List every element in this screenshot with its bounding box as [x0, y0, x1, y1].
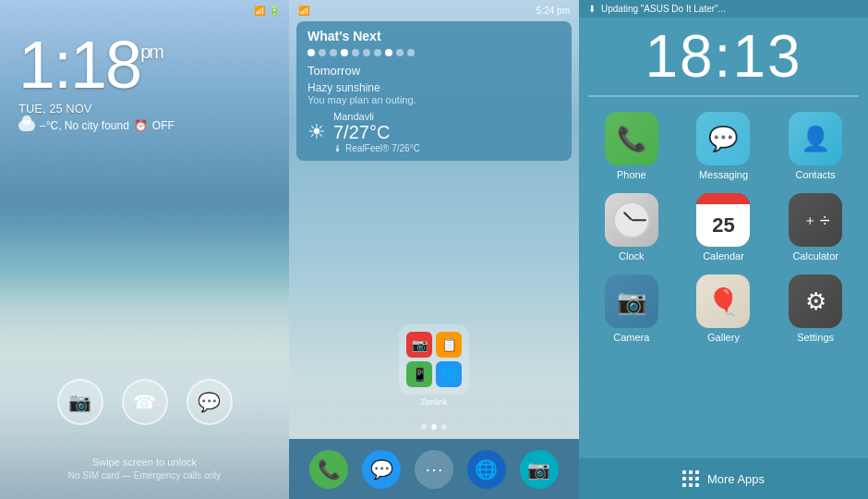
timeline-dot — [319, 49, 326, 56]
zenlink-label: Zenlink — [399, 397, 469, 407]
gallery-app-icon: 🎈 — [696, 274, 750, 328]
home-screen: 📶 5:24 pm What's Next Tomorrow Hazy suns… — [289, 0, 579, 499]
lock-phone-button[interactable]: ☎ — [122, 379, 168, 425]
page-dot — [421, 424, 427, 430]
timeline-dot — [307, 49, 315, 56]
settings-app-label: Settings — [797, 332, 834, 343]
messaging-app-label: Messaging — [699, 169, 748, 180]
home-statusbar-left: 📶 — [298, 6, 309, 16]
calendar-header — [696, 193, 750, 204]
calculator-app-icon: ﹢÷ — [789, 193, 842, 247]
battery-icon: 🔋 — [269, 6, 280, 16]
lock-bottom: Swipe screen to unlock No SIM card — Eme… — [0, 456, 289, 481]
dock-apps-button[interactable]: ⋯ — [415, 450, 453, 489]
whats-next-widget[interactable]: What's Next Tomorrow Hazy sunshine You m… — [296, 21, 572, 161]
timeline-dot — [385, 49, 392, 56]
home-dock: 📞 💬 ⋯ 🌐 📷 — [289, 439, 579, 499]
lock-weather: –°C, No city found ⏰ OFF — [18, 119, 271, 132]
cloud-icon — [18, 120, 35, 131]
widget-timeline — [307, 49, 561, 56]
timeline-dot — [396, 49, 404, 56]
home-statusbar: 📶 5:24 pm — [289, 0, 579, 18]
calculator-app-label: Calculator — [792, 250, 838, 262]
app-drawer-statusbar: ⬇ Updating "ASUS Do It Later"... — [579, 0, 868, 18]
timeline-dot — [352, 49, 359, 56]
sim-text: No SIM card — Emergency calls only — [0, 470, 289, 481]
widget-weather-sub: You may plan an outing. — [307, 94, 561, 105]
app-item-settings[interactable]: ⚙ Settings — [770, 269, 861, 348]
phone-app-label: Phone — [617, 169, 646, 180]
sun-icon: ☀ — [307, 120, 326, 144]
zenlink-icon-1[interactable]: 📷 — [406, 332, 432, 358]
swipe-text: Swipe screen to unlock — [0, 456, 289, 468]
lock-screen: 📶 🔋 1:18pm TUE, 25 NOV –°C, No city foun… — [0, 0, 289, 499]
widget-temperature: 7/27°C — [333, 122, 420, 143]
widget-realfeel: 🌡 RealFeel® 7/26°C — [333, 143, 420, 153]
dock-camera-button[interactable]: 📷 — [520, 450, 559, 489]
app-item-phone[interactable]: 📞 Phone — [586, 106, 677, 186]
app-drawer-clock: 18:13 — [579, 18, 868, 95]
app-item-contacts[interactable]: 👤 Contacts — [770, 106, 861, 186]
zenlink-widget[interactable]: 📷 📋 📱 🌐 Zenlink — [399, 324, 469, 407]
lock-camera-button[interactable]: 📷 — [57, 379, 103, 425]
app-item-gallery[interactable]: 🎈 Gallery — [679, 269, 769, 348]
clock-app-icon — [605, 193, 658, 247]
page-dot — [441, 424, 447, 430]
timeline-dot — [407, 49, 415, 56]
lock-quick-buttons: 📷 ☎ 💬 — [0, 379, 289, 425]
lock-date: TUE, 25 NOV — [18, 102, 271, 116]
lock-message-button[interactable]: 💬 — [187, 379, 233, 425]
clock-minute-hand — [632, 219, 646, 221]
widget-weather-desc: Hazy sunshine — [307, 81, 561, 94]
timeline-dot — [374, 49, 381, 56]
app-grid: 📞 Phone 💬 Messaging 👤 Contacts Clock — [579, 102, 868, 353]
big-clock-display: 18:13 — [588, 27, 859, 86]
lock-time: 1:18pm — [18, 31, 271, 98]
calendar-app-label: Calendar — [703, 250, 744, 262]
widget-title: What's Next — [307, 29, 561, 43]
wifi-icon: 📶 — [254, 6, 265, 16]
app-item-calendar[interactable]: 25 Calendar — [679, 188, 769, 267]
zenlink-icon-3[interactable]: 📱 — [406, 361, 432, 387]
lock-content: 1:18pm TUE, 25 NOV –°C, No city found ⏰ … — [0, 18, 289, 146]
dock-browser-button[interactable]: 🌐 — [467, 450, 506, 489]
widget-day: Tomorrow — [307, 64, 561, 78]
calendar-app-icon: 25 — [696, 193, 750, 247]
timeline-dot — [363, 49, 370, 56]
gallery-app-label: Gallery — [707, 332, 740, 343]
camera-app-icon: 📷 — [605, 274, 658, 328]
zenlink-icon-4[interactable]: 🌐 — [436, 361, 462, 387]
lock-statusbar: 📶 🔋 — [0, 0, 289, 18]
dock-phone-button[interactable]: 📞 — [309, 450, 348, 489]
contacts-app-label: Contacts — [795, 169, 835, 180]
more-apps-bar[interactable]: More Apps — [579, 458, 868, 499]
page-dot-active — [431, 424, 437, 430]
messaging-app-icon: 💬 — [696, 112, 750, 165]
app-item-camera[interactable]: 📷 Camera — [586, 269, 677, 348]
camera-app-label: Camera — [613, 332, 649, 343]
app-item-calculator[interactable]: ﹢÷ Calculator — [770, 188, 861, 267]
page-indicators — [289, 424, 579, 430]
settings-app-icon: ⚙ — [789, 274, 842, 328]
more-apps-grid-icon — [682, 470, 700, 488]
clock-face — [613, 201, 650, 238]
timeline-dot — [341, 49, 348, 56]
more-apps-label: More Apps — [707, 472, 765, 486]
dock-message-button[interactable]: 💬 — [362, 450, 401, 489]
app-drawer-screen: ⬇ Updating "ASUS Do It Later"... 18:13 📞… — [579, 0, 868, 499]
app-item-messaging[interactable]: 💬 Messaging — [679, 106, 769, 186]
home-time: 5:24 pm — [536, 6, 570, 16]
calendar-date: 25 — [696, 204, 750, 247]
zenlink-icon-2[interactable]: 📋 — [436, 332, 462, 358]
phone-app-icon: 📞 — [605, 112, 658, 165]
divider — [588, 95, 859, 97]
app-item-clock[interactable]: Clock — [586, 188, 677, 267]
download-icon: ⬇ — [588, 4, 596, 14]
timeline-dot — [330, 49, 337, 56]
clock-app-label: Clock — [619, 250, 645, 262]
widget-temp-row: ☀ Mandavli 7/27°C 🌡 RealFeel® 7/26°C — [307, 111, 561, 153]
home-icons-area: 📷 📋 📱 🌐 Zenlink — [289, 324, 579, 407]
widget-location: Mandavli — [333, 111, 420, 122]
status-text: Updating "ASUS Do It Later"... — [601, 4, 726, 14]
contacts-app-icon: 👤 — [789, 112, 842, 165]
